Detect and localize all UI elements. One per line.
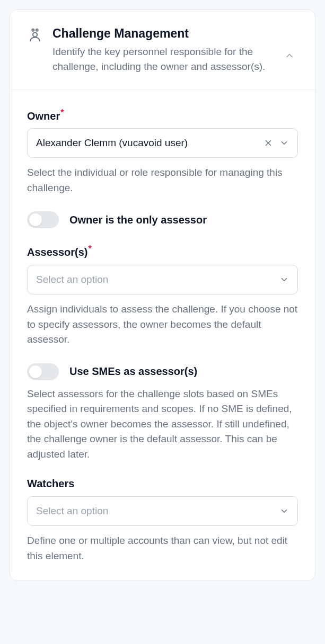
owner-label: Owner* [27,108,298,122]
svg-point-1 [36,29,38,31]
sme-toggle-row: Use SMEs as assessor(s) [27,363,298,380]
assessors-select[interactable]: Select an option [27,265,298,294]
assessors-select-placeholder: Select an option [36,274,279,285]
header-text: Challenge Management Identify the key pe… [52,26,271,75]
owner-only-toggle[interactable] [27,211,59,228]
sme-toggle-help-text: Select assessors for the challenge slots… [27,387,298,462]
watchers-label: Watchers [27,478,298,490]
assessors-label: Assessor(s)* [27,244,298,258]
assessors-select-icons [279,275,289,284]
owner-help-text: Select the individual or role responsibl… [27,165,298,195]
challenge-management-card: Challenge Management Identify the key pe… [10,10,315,581]
sme-toggle-label: Use SMEs as assessor(s) [69,365,197,378]
watchers-field: Watchers Select an option Define one or … [27,478,298,564]
owner-select-icons [263,138,289,148]
people-group-icon [27,27,43,45]
svg-point-2 [33,32,37,37]
card-subtitle: Identify the key personnel responsible f… [52,44,271,75]
owner-only-toggle-label: Owner is the only assessor [69,214,207,226]
chevron-down-icon[interactable] [279,275,289,284]
sme-toggle-block: Use SMEs as assessor(s) Select assessors… [27,363,298,462]
watchers-select-icons [279,506,289,516]
sme-toggle[interactable] [27,363,59,380]
assessors-help-text: Assign individuals to assess the challen… [27,302,298,347]
clear-icon[interactable] [263,138,273,148]
collapse-button[interactable] [281,47,298,66]
chevron-up-icon [284,50,295,61]
assessors-label-text: Assessor(s) [27,246,88,258]
card-header: Challenge Management Identify the key pe… [10,10,315,90]
card-body: Owner* Alexander Clemm (vucavoid user) [10,90,315,580]
assessors-field: Assessor(s)* Select an option Assign ind… [27,244,298,347]
toggle-knob [29,365,42,378]
owner-only-toggle-row: Owner is the only assessor [27,211,298,228]
owner-field: Owner* Alexander Clemm (vucavoid user) [27,108,298,196]
required-marker: * [60,108,64,117]
watchers-select-placeholder: Select an option [36,505,279,517]
card-title: Challenge Management [52,26,271,41]
watchers-help-text: Define one or multiple accounts than can… [27,533,298,564]
chevron-down-icon[interactable] [279,138,289,148]
toggle-knob [29,213,42,226]
chevron-down-icon[interactable] [279,506,289,516]
watchers-select[interactable]: Select an option [27,496,298,526]
owner-select[interactable]: Alexander Clemm (vucavoid user) [27,128,298,158]
owner-select-value: Alexander Clemm (vucavoid user) [36,137,263,149]
owner-label-text: Owner [27,110,60,121]
svg-point-0 [32,29,34,31]
required-marker: * [89,244,92,253]
